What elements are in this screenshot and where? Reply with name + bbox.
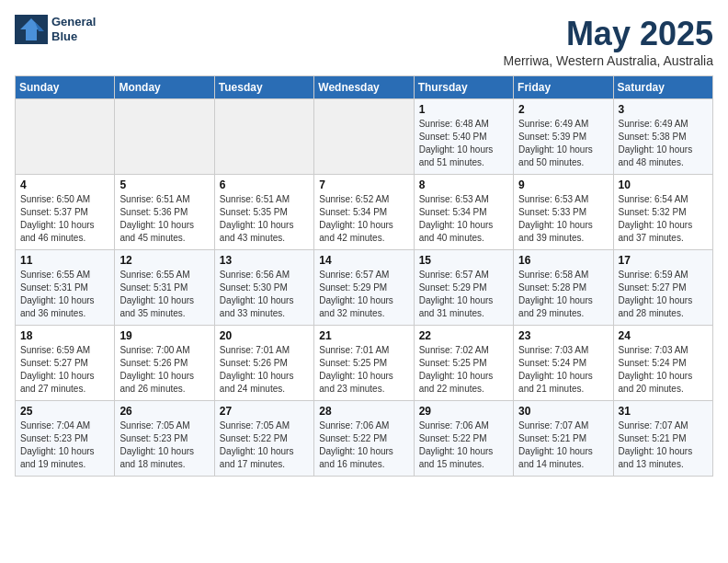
title-block: May 2025 Merriwa, Western Australia, Aus…: [504, 15, 714, 68]
day-number: 8: [419, 178, 508, 191]
weekday-header-friday: Friday: [514, 76, 613, 99]
day-detail: Sunrise: 7:04 AM Sunset: 5:23 PM Dayligh…: [20, 419, 109, 471]
day-detail: Sunrise: 6:51 AM Sunset: 5:36 PM Dayligh…: [119, 193, 209, 245]
day-number: 23: [518, 329, 608, 342]
day-detail: Sunrise: 6:56 AM Sunset: 5:30 PM Dayligh…: [220, 269, 309, 320]
day-number: 26: [119, 405, 209, 418]
logo: General Blue: [15, 15, 96, 44]
day-number: 22: [419, 329, 508, 342]
calendar-cell: 21Sunrise: 7:01 AM Sunset: 5:25 PM Dayli…: [314, 326, 414, 401]
day-number: 31: [619, 405, 708, 418]
day-detail: Sunrise: 7:01 AM Sunset: 5:25 PM Dayligh…: [319, 344, 408, 396]
calendar-cell: 31Sunrise: 7:07 AM Sunset: 5:21 PM Dayli…: [613, 401, 712, 477]
calendar-cell: 12Sunrise: 6:55 AM Sunset: 5:31 PM Dayli…: [115, 250, 214, 326]
weekday-header-thursday: Thursday: [414, 76, 513, 99]
logo-icon: [15, 15, 48, 44]
page-header: General Blue May 2025 Merriwa, Western A…: [15, 15, 713, 68]
calendar-cell: [314, 99, 414, 175]
calendar-cell: 22Sunrise: 7:02 AM Sunset: 5:25 PM Dayli…: [414, 326, 513, 401]
day-detail: Sunrise: 6:50 AM Sunset: 5:37 PM Dayligh…: [20, 193, 109, 245]
day-detail: Sunrise: 7:01 AM Sunset: 5:26 PM Dayligh…: [220, 344, 309, 396]
day-number: 13: [220, 254, 309, 267]
day-detail: Sunrise: 6:52 AM Sunset: 5:34 PM Dayligh…: [319, 193, 408, 245]
day-number: 14: [319, 254, 408, 267]
calendar-cell: 8Sunrise: 6:53 AM Sunset: 5:34 PM Daylig…: [414, 175, 513, 250]
day-detail: Sunrise: 7:00 AM Sunset: 5:26 PM Dayligh…: [119, 344, 209, 396]
day-number: 6: [220, 178, 309, 191]
day-detail: Sunrise: 6:53 AM Sunset: 5:34 PM Dayligh…: [419, 193, 508, 245]
day-number: 20: [220, 329, 309, 342]
day-detail: Sunrise: 7:07 AM Sunset: 5:21 PM Dayligh…: [619, 419, 708, 471]
day-detail: Sunrise: 6:55 AM Sunset: 5:31 PM Dayligh…: [119, 269, 209, 320]
calendar-cell: 20Sunrise: 7:01 AM Sunset: 5:26 PM Dayli…: [214, 326, 313, 401]
calendar-week-3: 11Sunrise: 6:55 AM Sunset: 5:31 PM Dayli…: [16, 250, 713, 326]
weekday-header-sunday: Sunday: [16, 76, 115, 99]
calendar-cell: 1Sunrise: 6:48 AM Sunset: 5:40 PM Daylig…: [414, 99, 513, 175]
day-number: 17: [619, 254, 708, 267]
calendar-week-1: 1Sunrise: 6:48 AM Sunset: 5:40 PM Daylig…: [16, 99, 713, 175]
month-title: May 2025: [504, 15, 714, 53]
day-detail: Sunrise: 6:49 AM Sunset: 5:38 PM Dayligh…: [619, 118, 708, 169]
weekday-header-wednesday: Wednesday: [314, 76, 414, 99]
calendar-cell: 6Sunrise: 6:51 AM Sunset: 5:35 PM Daylig…: [214, 175, 313, 250]
day-number: 21: [319, 329, 408, 342]
day-detail: Sunrise: 7:03 AM Sunset: 5:24 PM Dayligh…: [518, 344, 608, 396]
calendar-cell: 15Sunrise: 6:57 AM Sunset: 5:29 PM Dayli…: [414, 250, 513, 326]
calendar-cell: 16Sunrise: 6:58 AM Sunset: 5:28 PM Dayli…: [514, 250, 613, 326]
day-number: 5: [119, 178, 209, 191]
day-number: 12: [119, 254, 209, 267]
location-subtitle: Merriwa, Western Australia, Australia: [504, 53, 714, 68]
day-detail: Sunrise: 6:53 AM Sunset: 5:33 PM Dayligh…: [518, 193, 608, 245]
day-number: 11: [20, 254, 109, 267]
day-number: 19: [119, 329, 209, 342]
calendar-cell: 17Sunrise: 6:59 AM Sunset: 5:27 PM Dayli…: [613, 250, 712, 326]
day-number: 10: [619, 178, 708, 191]
day-number: 4: [20, 178, 109, 191]
calendar-cell: 3Sunrise: 6:49 AM Sunset: 5:38 PM Daylig…: [613, 99, 712, 175]
day-detail: Sunrise: 6:57 AM Sunset: 5:29 PM Dayligh…: [319, 269, 408, 320]
day-detail: Sunrise: 7:06 AM Sunset: 5:22 PM Dayligh…: [419, 419, 508, 471]
calendar-cell: 4Sunrise: 6:50 AM Sunset: 5:37 PM Daylig…: [16, 175, 115, 250]
day-detail: Sunrise: 6:57 AM Sunset: 5:29 PM Dayligh…: [419, 269, 508, 320]
day-detail: Sunrise: 6:55 AM Sunset: 5:31 PM Dayligh…: [20, 269, 109, 320]
day-detail: Sunrise: 7:03 AM Sunset: 5:24 PM Dayligh…: [619, 344, 708, 396]
day-detail: Sunrise: 6:48 AM Sunset: 5:40 PM Dayligh…: [419, 118, 508, 169]
header-row: SundayMondayTuesdayWednesdayThursdayFrid…: [16, 76, 713, 99]
calendar-cell: 30Sunrise: 7:07 AM Sunset: 5:21 PM Dayli…: [514, 401, 613, 477]
calendar-cell: [16, 99, 115, 175]
day-number: 9: [518, 178, 608, 191]
calendar-week-5: 25Sunrise: 7:04 AM Sunset: 5:23 PM Dayli…: [16, 401, 713, 477]
day-number: 28: [319, 405, 408, 418]
weekday-header-tuesday: Tuesday: [214, 76, 313, 99]
day-detail: Sunrise: 7:06 AM Sunset: 5:22 PM Dayligh…: [319, 419, 408, 471]
calendar-cell: 14Sunrise: 6:57 AM Sunset: 5:29 PM Dayli…: [314, 250, 414, 326]
day-number: 27: [220, 405, 309, 418]
day-number: 24: [619, 329, 708, 342]
weekday-header-saturday: Saturday: [613, 76, 712, 99]
calendar-cell: 9Sunrise: 6:53 AM Sunset: 5:33 PM Daylig…: [514, 175, 613, 250]
calendar-cell: 25Sunrise: 7:04 AM Sunset: 5:23 PM Dayli…: [16, 401, 115, 477]
day-detail: Sunrise: 7:07 AM Sunset: 5:21 PM Dayligh…: [518, 419, 608, 471]
day-number: 2: [518, 103, 608, 116]
calendar-cell: 18Sunrise: 6:59 AM Sunset: 5:27 PM Dayli…: [16, 326, 115, 401]
day-number: 16: [518, 254, 608, 267]
day-number: 3: [619, 103, 708, 116]
day-detail: Sunrise: 6:58 AM Sunset: 5:28 PM Dayligh…: [518, 269, 608, 320]
calendar-cell: 13Sunrise: 6:56 AM Sunset: 5:30 PM Dayli…: [214, 250, 313, 326]
calendar-cell: 24Sunrise: 7:03 AM Sunset: 5:24 PM Dayli…: [613, 326, 712, 401]
calendar-cell: 10Sunrise: 6:54 AM Sunset: 5:32 PM Dayli…: [613, 175, 712, 250]
day-number: 29: [419, 405, 508, 418]
calendar-cell: 11Sunrise: 6:55 AM Sunset: 5:31 PM Dayli…: [16, 250, 115, 326]
day-detail: Sunrise: 6:59 AM Sunset: 5:27 PM Dayligh…: [20, 344, 109, 396]
calendar-cell: 23Sunrise: 7:03 AM Sunset: 5:24 PM Dayli…: [514, 326, 613, 401]
logo-text: General Blue: [51, 15, 96, 43]
day-detail: Sunrise: 6:49 AM Sunset: 5:39 PM Dayligh…: [518, 118, 608, 169]
day-detail: Sunrise: 6:59 AM Sunset: 5:27 PM Dayligh…: [619, 269, 708, 320]
day-number: 25: [20, 405, 109, 418]
calendar-cell: 28Sunrise: 7:06 AM Sunset: 5:22 PM Dayli…: [314, 401, 414, 477]
calendar-cell: 5Sunrise: 6:51 AM Sunset: 5:36 PM Daylig…: [115, 175, 214, 250]
calendar-week-2: 4Sunrise: 6:50 AM Sunset: 5:37 PM Daylig…: [16, 175, 713, 250]
day-number: 30: [518, 405, 608, 418]
calendar-cell: 29Sunrise: 7:06 AM Sunset: 5:22 PM Dayli…: [414, 401, 513, 477]
day-number: 15: [419, 254, 508, 267]
